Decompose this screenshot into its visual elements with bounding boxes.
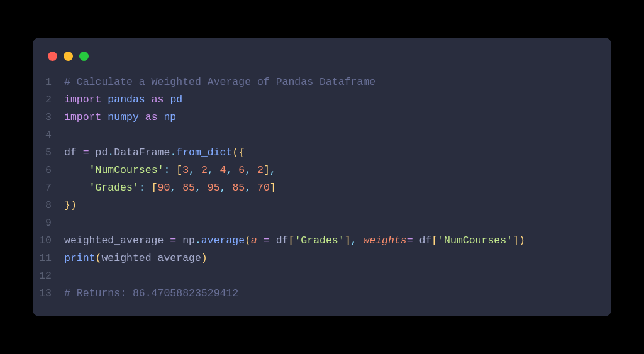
line-content: 'Grades': [90, 85, 95, 85, 70] [64, 179, 276, 197]
line-number: 11 [33, 250, 64, 267]
code-line: 1# Calculate a Weighted Average of Panda… [33, 74, 611, 91]
close-dot[interactable] [48, 52, 57, 61]
line-number: 7 [33, 179, 64, 197]
code-line: 3import numpy as np [33, 109, 611, 126]
code-editor: 1# Calculate a Weighted Average of Panda… [33, 38, 611, 316]
line-content: import pandas as pd [64, 91, 182, 109]
code-block: 1# Calculate a Weighted Average of Panda… [33, 74, 611, 302]
minimize-dot[interactable] [64, 52, 73, 61]
line-content [64, 267, 70, 285]
code-line: 9 [33, 214, 611, 232]
code-line: 6 'NumCourses': [3, 2, 4, 6, 2], [33, 162, 611, 179]
code-line: 11print(weighted_average) [33, 250, 611, 267]
code-line: 2import pandas as pd [33, 91, 611, 109]
line-content [64, 214, 70, 232]
code-line: 13# Returns: 86.47058823529412 [33, 285, 611, 302]
line-number: 13 [33, 285, 64, 302]
line-number: 10 [33, 232, 64, 250]
line-content: # Returns: 86.47058823529412 [64, 285, 238, 302]
line-number: 12 [33, 267, 64, 285]
line-number: 8 [33, 197, 64, 214]
code-line: 4 [33, 126, 611, 144]
line-number: 1 [33, 74, 64, 91]
line-content: weighted_average = np.average(a = df['Gr… [64, 232, 525, 250]
line-content [64, 126, 70, 144]
line-number: 3 [33, 109, 64, 126]
line-content: # Calculate a Weighted Average of Pandas… [64, 74, 375, 91]
line-number: 9 [33, 214, 64, 232]
line-content: df = pd.DataFrame.from_dict({ [64, 144, 245, 162]
line-number: 4 [33, 126, 64, 144]
line-number: 6 [33, 162, 64, 179]
code-line: 10weighted_average = np.average(a = df['… [33, 232, 611, 250]
code-line: 5df = pd.DataFrame.from_dict({ [33, 144, 611, 162]
line-number: 2 [33, 91, 64, 109]
line-number: 5 [33, 144, 64, 162]
code-line: 12 [33, 267, 611, 285]
line-content: }) [64, 197, 77, 214]
code-line: 7 'Grades': [90, 85, 95, 85, 70] [33, 179, 611, 197]
line-content: 'NumCourses': [3, 2, 4, 6, 2], [64, 162, 276, 179]
window-traffic-lights [33, 49, 611, 74]
line-content: import numpy as np [64, 109, 176, 126]
code-line: 8}) [33, 197, 611, 214]
line-content: print(weighted_average) [64, 250, 208, 267]
maximize-dot[interactable] [79, 52, 89, 61]
